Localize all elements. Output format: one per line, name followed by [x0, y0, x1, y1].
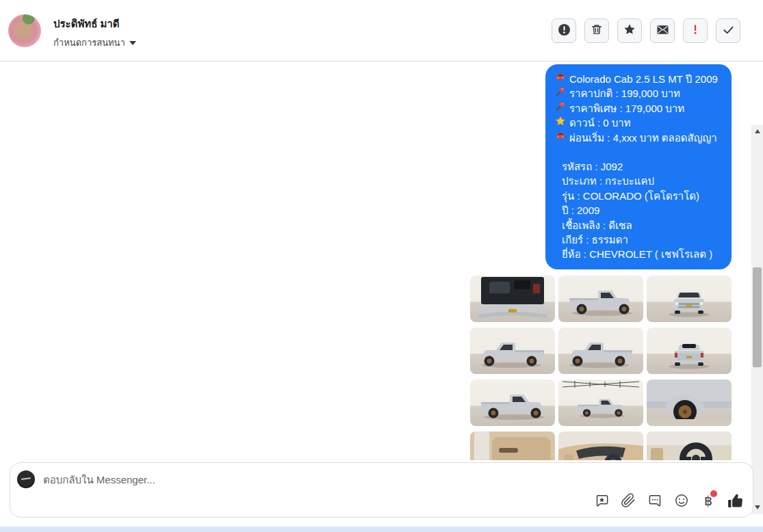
photo-thumbnail-truck-left[interactable] [558, 328, 643, 374]
bubble-detail-line: เชื้อเพลิง : ดีเซล [555, 218, 722, 232]
pushpin-icon [555, 101, 566, 116]
pushpin-icon [555, 86, 566, 101]
like-thumb-icon[interactable] [726, 492, 744, 509]
message-area: Colorado Cab 2.5 LS MT ปี 2009ราคาปกติ :… [0, 62, 763, 461]
star-icon [623, 23, 636, 38]
bubble-detail-line: ปี : 2009 [555, 203, 722, 217]
paperclip-icon[interactable] [619, 492, 637, 509]
composer-icon-row: ฿ [593, 492, 744, 509]
gold-star-icon [555, 116, 566, 130]
reply-input[interactable]: ตอบกลับใน Messenger... [43, 472, 155, 488]
contact-avatar[interactable] [8, 14, 41, 47]
red-car-icon [555, 72, 566, 86]
photo-thumbnail-truck-right[interactable] [470, 380, 555, 426]
exclamation-circle-button[interactable] [552, 18, 576, 43]
photo-thumbnail-truck-side-ceiling[interactable] [558, 380, 643, 426]
photo-thumbnail-engine-bay[interactable] [470, 276, 555, 322]
red-exclamation-button[interactable] [683, 18, 708, 43]
bottom-bar [0, 527, 763, 532]
exclamation-circle-icon [558, 23, 571, 39]
bubble-detail-line: ยี่ห้อ : CHEVROLET ( เชฟโรเลต ) [555, 247, 722, 261]
photo-thumbnail-interior-dash[interactable] [558, 431, 643, 460]
red-exclamation-icon [689, 23, 701, 38]
bubble-blank-line [555, 145, 722, 159]
check-button[interactable] [716, 18, 740, 43]
emoji-smile-icon[interactable] [673, 492, 690, 509]
bubble-detail-line: รุ่น : COLORADO (โคโดราโด) [555, 189, 722, 203]
envelope-icon [656, 23, 669, 39]
baht-payment-icon[interactable]: ฿ [699, 492, 717, 509]
sticker-bubble-star-icon[interactable] [593, 492, 610, 509]
bubble-detail-line: เกียร์ : ธรรมดา [555, 232, 722, 247]
scrollbar-thumb[interactable] [753, 267, 762, 367]
chevron-down-icon [129, 41, 136, 45]
bubble-line: ราคาพิเศษ : 179,000 บาท [555, 101, 722, 116]
scroll-up-arrow-icon[interactable] [751, 127, 763, 136]
page-logo-avatar [17, 470, 35, 488]
bubble-line: ราคาปกติ : 199,000 บาท [555, 86, 722, 101]
star-button[interactable] [617, 18, 642, 43]
bubble-line: ผ่อนเริ่ม : 4,xxx บาท ตลอดสัญญา [555, 131, 722, 145]
reply-composer[interactable]: ตอบกลับใน Messenger... ฿ [10, 462, 753, 518]
photo-thumbnail-truck-rear[interactable] [647, 328, 732, 374]
scrollbar[interactable] [751, 124, 763, 514]
red-car-icon [555, 131, 566, 145]
conversation-schedule-dropdown[interactable]: กำหนดการสนทนา [53, 36, 136, 50]
trash-icon [591, 23, 603, 38]
conversation-header: ประดิพัทธ์ มาดี กำหนดการสนทนา [0, 0, 763, 62]
header-action-toolbar [552, 18, 740, 43]
conversation-schedule-label: กำหนดการสนทนา [53, 36, 125, 50]
photo-thumbnail-interior-steering[interactable] [647, 431, 732, 460]
trash-button[interactable] [584, 18, 609, 43]
photo-thumbnail-truck-front[interactable] [647, 276, 732, 322]
bubble-line: ดาวน์ : 0 บาท [555, 116, 722, 130]
message-bubble: Colorado Cab 2.5 LS MT ปี 2009ราคาปกติ :… [545, 64, 732, 269]
bubble-detail-line: ประเภท : กระบะแคป [555, 174, 722, 188]
notification-dot [710, 490, 717, 497]
photo-thumbnail-wheel-closeup[interactable] [647, 380, 732, 426]
photo-grid [470, 276, 732, 460]
bubble-line: Colorado Cab 2.5 LS MT ปี 2009 [555, 72, 722, 86]
comment-dots-icon[interactable] [646, 492, 664, 509]
check-icon [722, 23, 735, 39]
photo-thumbnail-interior-door[interactable] [470, 431, 555, 460]
photo-thumbnail-truck-right[interactable] [558, 276, 643, 322]
bubble-detail-line: รหัสรถ : J092 [555, 159, 722, 174]
contact-name: ประดิพัทธ์ มาดี [53, 16, 120, 32]
photo-thumbnail-truck-left[interactable] [470, 328, 555, 374]
envelope-button[interactable] [650, 18, 675, 43]
